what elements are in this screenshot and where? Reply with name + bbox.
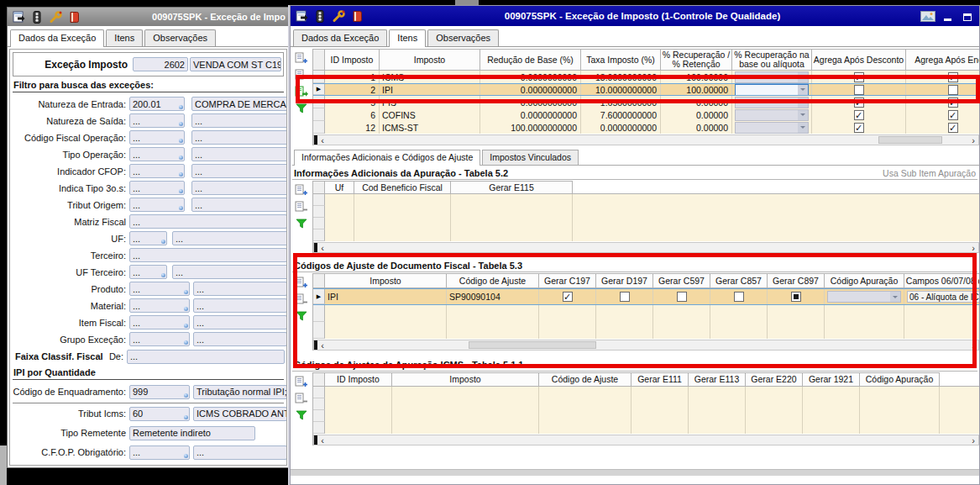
row-selector[interactable] (313, 322, 325, 339)
table-row[interactable]: ▶2IPI0.000000000010.0000000000100.00000 (313, 83, 979, 96)
impostos-grid-hscrollbar[interactable]: ‹› (313, 134, 979, 145)
cell-imposto[interactable]: PIS (380, 96, 480, 108)
scrollbar-thumb[interactable] (469, 341, 597, 349)
column-header-codigo-apuracao[interactable]: Código Apuração (860, 372, 940, 387)
cell-reducao-de-base[interactable]: 0.0000000000 (480, 108, 581, 121)
del-row-icon[interactable] (295, 392, 308, 404)
dropdown-codigo-apuracao[interactable] (827, 291, 901, 303)
column-header-gerar-e113[interactable]: Gerar E113 (689, 372, 746, 387)
scroll-right-arrow[interactable]: › (968, 436, 978, 445)
field-tribut-icms-desc[interactable]: ICMS COBRADO ANTERI (193, 407, 287, 421)
cell-recuperacao-retencao[interactable]: 100.00000 (661, 71, 732, 83)
tab-impostos-vinculados[interactable]: Impostos Vinculados (482, 150, 579, 165)
column-header-gerar-c897[interactable]: Gerar C897 (768, 273, 825, 288)
tab-observacoes[interactable]: Observações (144, 29, 216, 46)
cell-imposto[interactable]: IPI (380, 84, 480, 95)
column-header-imposto[interactable]: Imposto (325, 273, 447, 288)
table-row[interactable]: 1ICMS0.000000000018.0000000000100.00000 (313, 71, 979, 83)
filter-row-icon[interactable] (295, 309, 308, 322)
form-window-icon[interactable] (294, 9, 309, 23)
scroll-left-arrow[interactable]: ‹ (317, 341, 328, 350)
field-tipo-remetente[interactable]: Remetente indireto (129, 426, 255, 440)
field-grupo-excecao[interactable]: ... (129, 332, 190, 346)
column-header-codigo-de-ajuste[interactable]: Código de Ajuste (539, 372, 631, 387)
field-material[interactable]: ... (129, 298, 190, 313)
book-icon[interactable] (349, 9, 364, 23)
row-selector[interactable] (313, 218, 325, 229)
tab-dados-da-excecao[interactable]: Dados da Exceção (293, 29, 387, 46)
picture-icon[interactable] (920, 9, 935, 23)
scroll-right-arrow[interactable]: › (968, 136, 978, 145)
field-indicador-cfop-desc[interactable]: ... (191, 164, 287, 178)
checkbox-gerar-c897[interactable] (791, 292, 801, 302)
checkbox-agrega-apos-encar[interactable] (948, 110, 958, 120)
cell-reducao-de-base[interactable]: 0.0000000000 (480, 96, 581, 108)
column-header-gerar-c597[interactable]: Gerar C597 (653, 273, 710, 288)
column-header-codigo-apuracao[interactable]: Código Apuração (825, 273, 904, 288)
field-natureza-de-saida[interactable]: ... (129, 113, 185, 128)
column-header-gerar-c197[interactable]: Gerar C197 (539, 273, 596, 288)
scrollbar-track[interactable] (328, 243, 968, 252)
row-selector[interactable] (313, 229, 325, 241)
field-produto-desc[interactable]: ... (193, 282, 287, 296)
checkbox-gerar-c857[interactable] (734, 292, 744, 302)
scrollbar-track[interactable] (328, 435, 968, 445)
empty-row[interactable] (313, 229, 979, 241)
column-header-recuperacao-retencao[interactable]: % Recuperação / % Retenção (661, 49, 732, 71)
add-row-icon[interactable] (295, 183, 308, 196)
column-header-reducao-de-base[interactable]: Redução de Base (%) (480, 49, 581, 71)
tabela-5-3-grid-hscrollbar[interactable]: ‹› (313, 340, 979, 351)
cell-taxa-imposto[interactable]: 18.0000000000 (581, 71, 661, 83)
wrench-icon[interactable] (331, 9, 346, 23)
field-5-6-codigo-inf-adicional[interactable]: ... (129, 465, 190, 467)
empty-row[interactable] (313, 410, 979, 422)
cell-reducao-de-base[interactable]: 0.0000000000 (480, 84, 581, 95)
del-row-icon[interactable] (295, 293, 308, 305)
scroll-right-arrow[interactable]: › (968, 244, 978, 252)
dropdown-campos-06-07-08-da-e[interactable]: 06 - Alíquota de IC (907, 291, 979, 303)
row-selector[interactable] (313, 121, 325, 134)
scrollbar-track[interactable] (328, 340, 968, 350)
form-window-icon[interactable] (11, 10, 26, 24)
add-row-icon[interactable] (295, 51, 308, 64)
field-natureza-de-saida-desc[interactable]: ... (191, 113, 287, 128)
empty-row[interactable] (313, 422, 979, 434)
field-tribut-icms[interactable]: 60 (129, 407, 190, 421)
cell-recuperacao-retencao[interactable]: 100.00000 (661, 84, 732, 95)
add-row-icon[interactable] (295, 375, 308, 387)
column-header-gerar-d197[interactable]: Gerar D197 (596, 273, 653, 288)
row-selector[interactable]: ▶ (313, 289, 325, 304)
filter-row-icon[interactable] (295, 217, 308, 229)
column-header-imposto[interactable]: Imposto (380, 49, 480, 71)
row-selector[interactable] (313, 305, 325, 322)
checkbox-agrega-apos-desconto[interactable] (854, 85, 864, 95)
column-header-recuperacao-na-base-ou-aliquota[interactable]: % Recuperação na base ou alíquota (732, 49, 812, 71)
checkbox-gerar-c597[interactable] (677, 292, 687, 302)
scroll-left-arrow[interactable]: ‹ (317, 436, 328, 445)
row-selector[interactable] (313, 206, 325, 218)
column-header-id-imposto[interactable]: ID Imposto (325, 372, 392, 387)
row-selector[interactable] (313, 410, 325, 422)
cell-recuperacao-retencao[interactable]: 0.00000 (661, 108, 732, 121)
field-item-fiscal[interactable]: ... (129, 315, 190, 329)
dropdown-recuperacao-na-base-ou-aliquota[interactable] (735, 71, 809, 83)
field-tribut-origem[interactable]: ... (129, 198, 185, 212)
traffic-light-icon[interactable] (312, 9, 328, 23)
tabela-5-1-1-grid-hscrollbar[interactable]: ‹› (313, 435, 979, 445)
column-header-taxa-imposto[interactable]: Taxa Imposto (%) (581, 49, 661, 71)
field-grupo-excecao-desc[interactable]: ... (193, 332, 287, 346)
traffic-light-icon[interactable] (29, 10, 45, 24)
del-row-icon[interactable] (295, 200, 308, 213)
scroll-left-arrow[interactable]: ‹ (317, 244, 328, 252)
field-uf[interactable]: ... (129, 231, 167, 245)
field-tribut-origem-desc[interactable]: ... (191, 198, 287, 212)
cell-taxa-imposto[interactable]: 1.6500000000 (581, 96, 661, 108)
field-tipo-operacao[interactable]: ... (129, 147, 185, 161)
column-header-cod-beneficio-fiscal[interactable]: Cod Beneficio Fiscal (354, 181, 451, 194)
row-selector[interactable] (313, 422, 325, 434)
empty-row[interactable] (313, 194, 979, 206)
right-titlebar[interactable]: 009075SPK - Exceção de Imposto (1-Contro… (291, 6, 979, 26)
column-header-agrega-apos-desconto[interactable]: Agrega Após Desconto (812, 49, 906, 71)
del-row-icon[interactable] (295, 68, 308, 81)
checkbox-agrega-apos-encar[interactable] (948, 85, 958, 95)
